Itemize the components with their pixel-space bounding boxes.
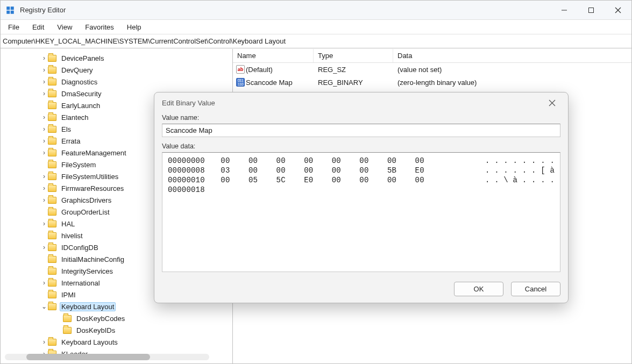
hex-offset: 00000008	[168, 166, 221, 175]
window-title: Registry Editor	[20, 6, 66, 14]
tree-item-label: DosKeybIDs	[75, 326, 117, 335]
tree-item[interactable]: ›Keyboard Layouts	[40, 336, 232, 348]
folder-icon	[48, 78, 56, 85]
hex-row: 0000000000 00 00 00 00 00 00 00. . . . .…	[168, 156, 555, 166]
folder-icon	[48, 114, 56, 121]
folder-icon	[48, 90, 56, 97]
registry-editor-window: Registry Editor FileEditViewFavoritesHel…	[0, 0, 632, 364]
address-path: Computer\HKEY_LOCAL_MACHINE\SYSTEM\Curre…	[3, 37, 286, 45]
binary-value-icon: 011110	[236, 78, 245, 87]
dialog-titlebar: Edit Binary Value	[154, 92, 568, 113]
tree-item-label: hivelist	[60, 231, 84, 240]
column-header-type[interactable]: Type	[314, 49, 393, 62]
menu-edit[interactable]: Edit	[26, 22, 51, 33]
chevron-right-icon[interactable]: ›	[40, 149, 48, 156]
column-header-name[interactable]: Name	[233, 49, 314, 62]
folder-icon	[48, 268, 56, 275]
tree-item[interactable]: ›Diagnostics	[40, 76, 232, 88]
tree-item[interactable]: ›DevQuery	[40, 64, 232, 76]
tree-item-label: FirmwareResources	[60, 184, 125, 193]
chevron-right-icon[interactable]: ›	[40, 184, 48, 192]
value-name-field[interactable]: Scancode Map	[162, 124, 560, 137]
value-name-label: Value name:	[162, 114, 560, 122]
folder-icon	[48, 67, 56, 74]
tree-item-label: DevicePanels	[60, 54, 106, 63]
tree-item[interactable]: DosKeybIDs	[40, 324, 232, 336]
hex-bytes[interactable]: 00 00 00 00 00 00 00 00	[221, 156, 485, 166]
chevron-right-icon[interactable]: ›	[40, 196, 48, 204]
tree-item-label: Els	[60, 125, 73, 134]
chevron-right-icon[interactable]: ›	[40, 173, 48, 180]
menu-file[interactable]: File	[2, 22, 26, 33]
chevron-right-icon[interactable]: ›	[40, 113, 48, 121]
regedit-icon	[5, 5, 16, 16]
tree-item-label: DmaSecurity	[60, 89, 103, 98]
value-row[interactable]: 011110Scancode MapREG_BINARY(zero-length…	[233, 76, 631, 89]
hex-ascii: . . \ à . . . .	[485, 175, 555, 185]
hex-row: 0000001000 05 5C E0 00 00 00 00. . \ à .…	[168, 175, 555, 185]
tree-item-label: FileSystem	[60, 160, 97, 169]
tree-item-label: IPMI	[60, 290, 77, 299]
dialog-title: Edit Binary Value	[162, 99, 215, 107]
string-value-icon: ab	[236, 65, 245, 74]
chevron-right-icon[interactable]: ›	[40, 125, 48, 133]
hex-bytes[interactable]: 00 05 5C E0 00 00 00 00	[221, 175, 485, 185]
hex-row: 00000018	[168, 185, 555, 195]
folder-icon	[48, 173, 56, 180]
folder-icon	[48, 149, 56, 156]
hex-offset: 00000018	[168, 185, 222, 195]
chevron-right-icon[interactable]: ›	[40, 220, 48, 227]
tree-item-label: Diagnostics	[60, 77, 99, 87]
tree-item-label: FeatureManagement	[60, 148, 128, 158]
tree-item-label: EarlyLaunch	[60, 101, 102, 110]
dialog-buttons: OK Cancel	[154, 279, 568, 303]
minimize-button[interactable]	[551, 1, 578, 19]
value-type: REG_BINARY	[314, 78, 393, 87]
chevron-right-icon[interactable]: ›	[40, 66, 48, 74]
folder-icon	[48, 197, 56, 204]
horizontal-scrollbar[interactable]	[5, 354, 209, 360]
close-button[interactable]	[605, 1, 631, 19]
tree-item-label: International	[60, 279, 102, 288]
address-bar[interactable]: Computer\HKEY_LOCAL_MACHINE\SYSTEM\Curre…	[1, 34, 631, 48]
chevron-right-icon[interactable]: ›	[40, 338, 48, 346]
chevron-right-icon[interactable]: ›	[40, 244, 48, 251]
chevron-right-icon[interactable]: ›	[40, 137, 48, 145]
hex-row: 0000000803 00 00 00 00 00 5B E0. . . . .…	[168, 166, 555, 175]
folder-icon	[48, 291, 56, 298]
chevron-right-icon[interactable]: ›	[40, 279, 48, 287]
value-type: REG_SZ	[314, 66, 393, 74]
tree-item-label: FileSystemUtilities	[60, 172, 120, 181]
svg-rect-3	[11, 10, 14, 13]
list-header: Name Type Data	[233, 49, 631, 63]
dialog-close-button[interactable]	[543, 94, 560, 111]
tree-item[interactable]: DosKeybCodes	[40, 312, 232, 324]
chevron-down-icon[interactable]: ⌄	[40, 303, 48, 310]
tree-item-label: GraphicsDrivers	[60, 196, 113, 205]
menu-help[interactable]: Help	[120, 22, 148, 33]
folder-icon	[48, 256, 56, 263]
menu-bar: FileEditViewFavoritesHelp	[1, 20, 631, 34]
svg-rect-2	[6, 10, 10, 13]
hex-ascii	[491, 185, 555, 195]
tree-item[interactable]: ›DevicePanels	[40, 52, 232, 64]
chevron-right-icon[interactable]: ›	[40, 78, 48, 85]
chevron-right-icon[interactable]: ›	[40, 90, 48, 97]
scrollbar-thumb[interactable]	[26, 354, 150, 360]
cancel-button[interactable]: Cancel	[511, 282, 560, 296]
maximize-button[interactable]	[578, 1, 605, 19]
hex-bytes[interactable]	[222, 185, 491, 195]
hex-ascii: . . . . . . [ à	[485, 166, 555, 175]
column-header-data[interactable]: Data	[393, 49, 631, 62]
menu-favorites[interactable]: Favorites	[79, 22, 120, 33]
chevron-right-icon[interactable]: ›	[40, 54, 48, 62]
hex-bytes[interactable]: 03 00 00 00 00 00 5B E0	[221, 166, 485, 175]
tree-item-label: DevQuery	[60, 66, 95, 75]
hex-offset: 00000000	[168, 156, 221, 166]
svg-rect-1	[11, 6, 14, 10]
folder-icon	[48, 209, 56, 216]
hex-editor[interactable]: 0000000000 00 00 00 00 00 00 00. . . . .…	[162, 152, 560, 272]
menu-view[interactable]: View	[51, 22, 79, 33]
ok-button[interactable]: OK	[454, 282, 503, 296]
value-row[interactable]: ab(Default)REG_SZ(value not set)	[233, 63, 631, 76]
